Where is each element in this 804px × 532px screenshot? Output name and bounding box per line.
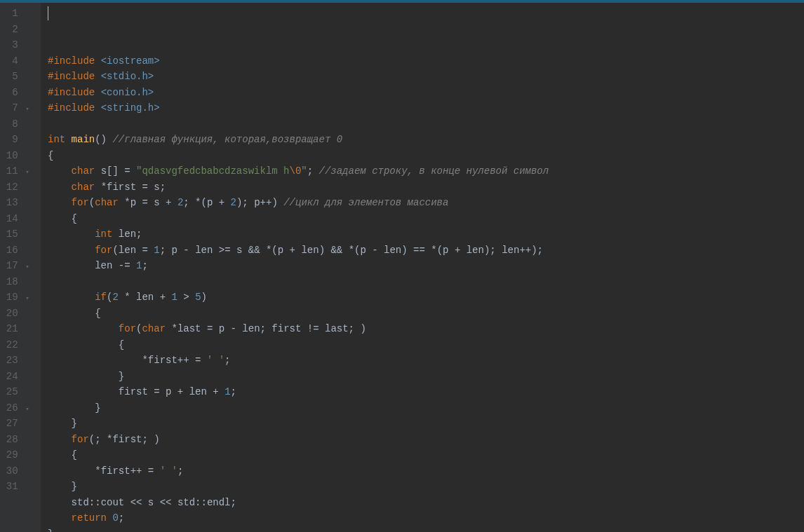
code-line[interactable]: }	[48, 369, 804, 385]
code-line[interactable]: *first++ = ' ';	[48, 463, 804, 479]
token-num: 0	[112, 512, 118, 524]
code-line[interactable]: }	[48, 416, 804, 432]
token-id: p	[219, 323, 225, 334]
line-number[interactable]: 24	[0, 369, 31, 385]
line-number[interactable]: 8	[0, 116, 31, 132]
line-number[interactable]: 23	[0, 353, 31, 369]
code-line[interactable]: char s[] = "qdasvgfedcbabcdzaswiklm h\0"…	[48, 163, 804, 179]
token-op: =	[148, 386, 166, 397]
token-id: first	[119, 386, 148, 397]
code-line[interactable]: if(2 * len + 1 > 5)	[48, 289, 804, 306]
code-line[interactable]: }	[48, 526, 804, 533]
code-line[interactable]	[48, 274, 804, 290]
code-line[interactable]: {	[48, 306, 804, 322]
token-op: =	[136, 182, 154, 193]
code-line[interactable]: {	[48, 337, 804, 353]
code-line[interactable]: }	[48, 400, 804, 416]
code-line[interactable]: int main() //главная функция, которая,во…	[48, 132, 804, 148]
token-id	[48, 386, 119, 397]
line-number[interactable]: 10	[0, 148, 31, 164]
token-punct: ()	[95, 134, 112, 145]
token-id	[48, 497, 72, 508]
fold-toggle-icon[interactable]: ▾	[24, 102, 31, 118]
line-number-gutter[interactable]: 1 2 3 4 5 6 7 ▾8 9 10 11 ▾12 13 14 15 16…	[0, 3, 41, 532]
code-line[interactable]: #include <stdio.h>	[48, 69, 804, 85]
code-line[interactable]: {	[48, 447, 804, 463]
token-id: first	[101, 465, 130, 477]
line-number[interactable]: 2	[0, 22, 31, 38]
code-line[interactable]: return 0;	[48, 510, 804, 526]
fold-toggle-icon[interactable]: ▾	[24, 402, 31, 418]
line-number[interactable]: 17 ▾	[0, 258, 31, 274]
line-number[interactable]: 4	[0, 53, 31, 69]
code-line[interactable]: #include <iostream>	[48, 53, 804, 69]
token-op: =	[136, 245, 154, 256]
line-number[interactable]: 26 ▾	[0, 400, 31, 416]
token-kw: char	[142, 323, 171, 334]
line-number[interactable]: 1	[0, 6, 31, 22]
line-number[interactable]: 7 ▾	[0, 100, 31, 116]
line-number[interactable]: 13	[0, 195, 31, 211]
token-punct: ;	[231, 497, 236, 508]
code-line[interactable]: {	[48, 148, 804, 164]
code-area[interactable]: #include <iostream>#include <stdio.h>#in…	[41, 3, 804, 532]
token-punct: )	[201, 292, 207, 303]
line-number[interactable]: 31	[0, 479, 31, 495]
line-number[interactable]: 21	[0, 321, 31, 337]
code-line[interactable]: len -= 1;	[48, 258, 804, 274]
code-line[interactable]: #include <conio.h>	[48, 85, 804, 101]
line-number[interactable]: 19 ▾	[0, 289, 31, 306]
line-number[interactable]: 20	[0, 306, 31, 322]
code-line[interactable]	[48, 116, 804, 132]
token-id: p	[172, 245, 177, 256]
line-number[interactable]: 30	[0, 463, 31, 479]
token-op: +	[449, 245, 467, 256]
line-number[interactable]: 29	[0, 447, 31, 463]
code-line[interactable]: *first++ = ' ';	[48, 353, 804, 369]
line-number[interactable]: 5	[0, 69, 31, 85]
line-number[interactable]: 28	[0, 432, 31, 448]
fold-toggle-icon[interactable]: ▾	[24, 259, 31, 275]
token-fn: main	[72, 134, 95, 145]
code-line[interactable]: for(char *last = p - len; first != last;…	[48, 321, 804, 337]
line-number[interactable]: 12	[0, 179, 31, 196]
token-op: +	[171, 386, 189, 397]
token-op: *	[171, 323, 177, 334]
line-number[interactable]: 22	[0, 337, 31, 353]
token-op: -	[366, 245, 384, 256]
line-number[interactable]: 27	[0, 416, 31, 432]
line-number[interactable]: 16	[0, 243, 31, 259]
token-punct: );	[236, 197, 254, 208]
code-line[interactable]: {	[48, 211, 804, 227]
code-line[interactable]: for(len = 1; p - len >= s && *(p + len) …	[48, 243, 804, 259]
line-number[interactable]: 3	[0, 37, 31, 53]
token-id	[48, 245, 95, 256]
fold-toggle-icon[interactable]: ▾	[24, 165, 31, 181]
token-id: std	[72, 497, 89, 508]
token-ang: <iostream>	[101, 55, 160, 67]
code-line[interactable]: }	[48, 479, 804, 495]
line-number[interactable]: 6	[0, 85, 31, 101]
fold-toggle-icon[interactable]: ▾	[24, 291, 31, 307]
line-number[interactable]: 11 ▾	[0, 163, 31, 179]
code-line[interactable]: for(; *first; )	[48, 432, 804, 448]
code-line[interactable]: #include <string.h>	[48, 100, 804, 116]
line-number[interactable]: 9	[0, 132, 31, 148]
line-number[interactable]: 15	[0, 226, 31, 243]
line-number[interactable]: 14	[0, 211, 31, 227]
line-number[interactable]: 18	[0, 274, 31, 290]
code-line[interactable]: std::cout << s << std::endl;	[48, 495, 804, 511]
code-line[interactable]: for(char *p = s + 2; *(p + 2); p++) //ци…	[48, 195, 804, 211]
code-line[interactable]: char *first = s;	[48, 179, 804, 196]
token-punct: ;	[260, 323, 272, 334]
token-esc: \0	[289, 165, 301, 177]
line-number[interactable]: 25	[0, 384, 31, 400]
code-line[interactable]: first = p + len + 1;	[48, 384, 804, 400]
token-id: first	[272, 323, 301, 334]
token-punct: ;	[142, 260, 147, 271]
code-line[interactable]: int len;	[48, 226, 804, 243]
token-punct: }	[48, 528, 53, 533]
token-punct: }	[48, 418, 77, 429]
token-op: <<	[154, 497, 177, 508]
token-op: +	[160, 197, 177, 208]
